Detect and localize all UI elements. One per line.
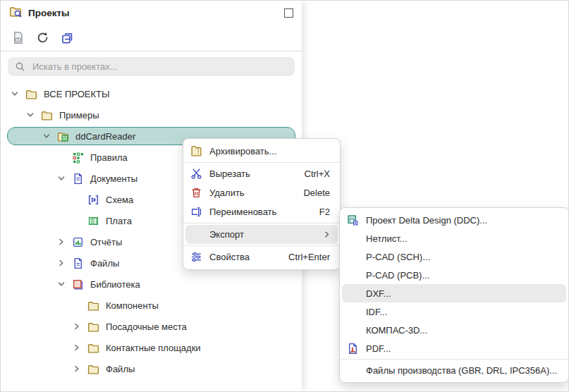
files-icon [71, 257, 84, 269]
menu-item-export-dxf[interactable]: DXF... [342, 284, 566, 302]
trash-icon [190, 187, 202, 199]
empty-icon [347, 306, 359, 318]
menu-item-archive[interactable]: Архивировать... [183, 142, 340, 161]
tree-item-label: ddCardReader [75, 131, 135, 142]
empty-icon [347, 365, 359, 376]
tree-item-label: Примеры [59, 110, 99, 121]
menu-item-rename[interactable]: Переименовать F2 [183, 202, 340, 221]
menu-item-properties[interactable]: Свойства Ctrl+Enter [183, 247, 340, 267]
chevron-right-icon[interactable] [71, 363, 82, 374]
empty-icon [347, 269, 359, 281]
tree-item-label: ВСЕ ПРОЕКТЫ [44, 89, 109, 99]
menu-item-label: PDF... [366, 343, 391, 354]
menu-item-label: IDF... [366, 307, 387, 317]
chevron-down-icon[interactable] [25, 109, 36, 121]
documents-icon [71, 172, 84, 185]
menu-separator [183, 162, 340, 163]
menu-item-label: Экспорт [209, 229, 244, 240]
chevron-right-icon[interactable] [71, 342, 82, 353]
empty-icon [347, 251, 359, 263]
menu-item-export-pcad-sch[interactable]: P-CAD (SCH)... [340, 247, 568, 266]
empty-icon [190, 228, 202, 240]
rules-icon [71, 151, 84, 164]
export-submenu: Проект Delta Design (DDC)... Нетлист... … [339, 207, 569, 383]
menu-item-label: Архивировать... [209, 146, 276, 157]
menu-item-export-pcad-pcb[interactable]: P-CAD (PCB)... [340, 266, 568, 284]
float-window-icon[interactable] [284, 8, 293, 18]
project-icon [56, 130, 69, 142]
tree-item-label: Файлы [106, 364, 135, 374]
panel-title: Проекты [28, 8, 284, 18]
chevron-down-icon[interactable] [56, 278, 67, 290]
menu-separator [183, 245, 340, 246]
pdf-icon [347, 343, 359, 355]
folder-icon [25, 87, 37, 100]
menu-item-label: Нетлист... [366, 233, 408, 244]
board-icon [87, 214, 99, 227]
tree-item-all-projects[interactable]: ВСЕ ПРОЕКТЫ [1, 83, 302, 104]
menu-item-label: Удалить [209, 188, 245, 198]
tree-item-footprints[interactable]: Посадочные места [1, 316, 302, 337]
chevron-right-icon[interactable] [71, 321, 82, 332]
search-input[interactable] [31, 61, 295, 73]
menu-item-export-netlist[interactable]: Нетлист... [340, 229, 568, 247]
refresh-icon[interactable] [35, 31, 49, 45]
menu-separator [340, 359, 568, 360]
folder-icon [87, 299, 99, 312]
tree-item-library-files[interactable]: Файлы [1, 358, 302, 379]
menu-item-label: Файлы производства (GBR, DRL, IPC356A)..… [366, 365, 557, 376]
rename-icon [190, 206, 202, 218]
tree-item-label: Контактные площадки [106, 343, 201, 353]
tree-item-label: Правила [90, 152, 128, 163]
chevron-right-icon[interactable] [56, 257, 67, 269]
menu-shortcut: F2 [319, 207, 330, 217]
chevron-down-icon[interactable] [9, 88, 20, 99]
tree-item-pads[interactable]: Контактные площадки [1, 337, 302, 358]
submenu-arrow-icon [322, 230, 331, 239]
tree-item-library[interactable]: Библиотека [1, 274, 302, 295]
tree-item-examples[interactable]: Примеры [1, 104, 302, 125]
tree-item-label: Библиотека [90, 279, 140, 290]
archive-icon [190, 145, 202, 157]
empty-icon [347, 324, 359, 336]
menu-item-delete[interactable]: Удалить Delete [183, 183, 340, 202]
menu-item-cut[interactable]: Вырезать Ctrl+X [183, 164, 340, 183]
context-menu: Архивировать... Вырезать Ctrl+X [183, 138, 341, 270]
cut-icon [190, 168, 202, 180]
menu-item-export-ddc[interactable]: Проект Delta Design (DDC)... [340, 211, 568, 229]
folder-icon [40, 109, 53, 121]
menu-item-export-idf[interactable]: IDF... [340, 302, 568, 321]
tree-item-label: Компоненты [106, 300, 159, 311]
reports-icon [71, 235, 84, 248]
chevron-right-icon[interactable] [56, 236, 67, 247]
tree-item-label: Отчёты [90, 237, 122, 247]
app-window: Проекты [0, 0, 569, 392]
collapse-all-icon[interactable] [60, 31, 74, 45]
menu-item-export-kompas3d[interactable]: КОМПАС-3D... [340, 321, 568, 339]
chevron-down-icon[interactable] [41, 130, 52, 142]
menu-item-label: Свойства [209, 252, 250, 262]
menu-shortcut: Delete [303, 188, 330, 198]
library-icon [71, 278, 84, 290]
tree-item-components[interactable]: Компоненты [1, 295, 302, 316]
menu-item-export[interactable]: Экспорт [185, 225, 338, 244]
menu-item-label: P-CAD (SCH)... [366, 252, 430, 262]
search-icon [15, 61, 25, 72]
folder-icon [87, 341, 99, 354]
tree-item-label: Файлы [90, 258, 119, 269]
preview-document-icon[interactable] [11, 31, 25, 45]
schematic-icon [87, 193, 99, 206]
chevron-down-icon[interactable] [56, 173, 67, 184]
tree-item-label: Схема [106, 195, 133, 205]
empty-icon [347, 233, 359, 245]
properties-icon [190, 251, 202, 263]
ddc-export-icon [347, 214, 359, 226]
menu-shortcut: Ctrl+X [305, 169, 330, 179]
menu-item-export-pdf[interactable]: PDF... [340, 339, 568, 357]
menu-item-label: Вырезать [209, 169, 250, 179]
menu-item-export-fab-files[interactable]: Файлы производства (GBR, DRL, IPC356A)..… [340, 361, 568, 379]
tree-item-label: Документы [90, 173, 137, 184]
folder-icon [87, 320, 99, 333]
menu-separator [183, 223, 340, 223]
folder-icon [87, 362, 99, 375]
